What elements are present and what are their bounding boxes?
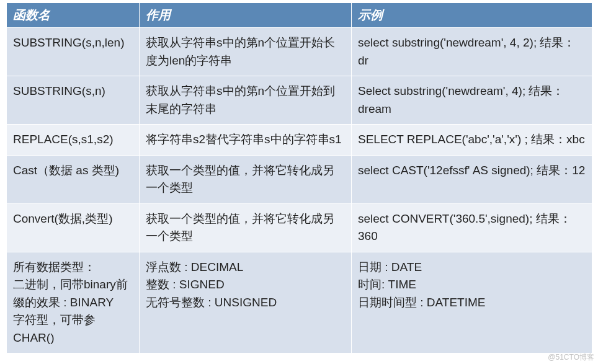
cell-name: 所有数据类型：二进制，同带binary前缀的效果 : BINARY 字符型，可带… — [7, 252, 140, 353]
cell-name: REPLACE(s,s1,s2) — [7, 125, 140, 156]
function-reference-table: 函数名 作用 示例 SUBSTRING(s,n,len) 获取从字符串s中的第n… — [6, 2, 592, 353]
table-row: SUBSTRING(s,n,len) 获取从字符串s中的第n个位置开始长度为le… — [7, 28, 592, 76]
header-name: 函数名 — [7, 3, 140, 28]
cell-example: select CONVERT('360.5',signed); 结果：360 — [352, 203, 592, 252]
cell-example: 日期 : DATE时间: TIME日期时间型 : DATETIME — [352, 252, 592, 353]
header-example: 示例 — [352, 3, 592, 28]
watermark-text: @51CTO博客 — [548, 352, 594, 363]
table-row: 所有数据类型：二进制，同带binary前缀的效果 : BINARY 字符型，可带… — [7, 252, 592, 353]
table-header-row: 函数名 作用 示例 — [7, 3, 592, 28]
cell-name: Cast（数据 as 类型) — [7, 155, 140, 203]
cell-desc: 获取从字符串s中的第n个位置开始长度为len的字符串 — [140, 28, 352, 76]
cell-example: select substring('newdream', 4, 2); 结果：d… — [352, 28, 592, 76]
table-row: Cast（数据 as 类型) 获取一个类型的值，并将它转化成另一个类型 sele… — [7, 155, 592, 203]
cell-desc: 获取一个类型的值，并将它转化成另一个类型 — [140, 155, 352, 203]
table-row: SUBSTRING(s,n) 获取从字符串s中的第n个位置开始到末尾的字符串 S… — [7, 76, 592, 125]
header-desc: 作用 — [140, 3, 352, 28]
table-row: Convert(数据,类型) 获取一个类型的值，并将它转化成另一个类型 sele… — [7, 203, 592, 252]
cell-name: SUBSTRING(s,n) — [7, 76, 140, 125]
table-row: REPLACE(s,s1,s2) 将字符串s2替代字符串s中的字符串s1 SEL… — [7, 125, 592, 156]
cell-desc: 将字符串s2替代字符串s中的字符串s1 — [140, 125, 352, 156]
cell-example: SELECT REPLACE('abc','a','x') ; 结果：xbc — [352, 125, 592, 156]
cell-name: SUBSTRING(s,n,len) — [7, 28, 140, 76]
cell-desc: 获取从字符串s中的第n个位置开始到末尾的字符串 — [140, 76, 352, 125]
cell-desc: 浮点数 : DECIMAL整数 : SIGNED无符号整数 : UNSIGNED — [140, 252, 352, 353]
cell-desc: 获取一个类型的值，并将它转化成另一个类型 — [140, 203, 352, 252]
cell-name: Convert(数据,类型) — [7, 203, 140, 252]
cell-example: Select substring('newdream', 4); 结果：drea… — [352, 76, 592, 125]
cell-example: select CAST('12efssf' AS signed); 结果：12 — [352, 155, 592, 203]
